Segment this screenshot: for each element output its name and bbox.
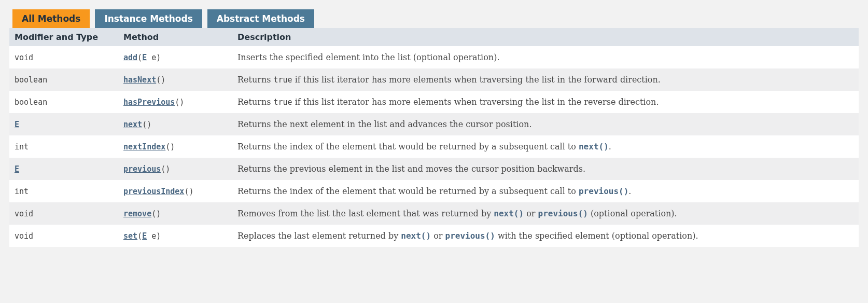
table-row: voidadd(E e)Inserts the specified elemen…	[9, 46, 859, 68]
table-row: Enext()Returns the next element in the l…	[9, 113, 859, 135]
table-row: voidremove()Removes from the list the la…	[9, 202, 859, 225]
description-cell: Returns the next element in the list and…	[232, 113, 859, 135]
type-link[interactable]: E	[15, 164, 19, 174]
header-modifier: Modifier and Type	[9, 28, 118, 46]
method-link[interactable]: hasNext	[123, 75, 156, 85]
method-ref-link[interactable]: next()	[579, 142, 609, 152]
method-tabs: All MethodsInstance MethodsAbstract Meth…	[12, 9, 859, 28]
desc-text: or	[431, 231, 445, 241]
sig-open: (	[137, 53, 142, 62]
inline-code: true	[274, 98, 292, 107]
method-sig: ()	[184, 187, 193, 196]
description-cell: Returns the previous element in the list…	[232, 158, 859, 180]
modifier-cell: void	[9, 225, 118, 247]
modifier-text: int	[15, 187, 29, 196]
method-link[interactable]: add	[123, 53, 137, 62]
method-cell: previousIndex()	[118, 180, 232, 202]
desc-text: .	[609, 142, 611, 152]
sig-close: e)	[147, 231, 161, 241]
header-method: Method	[118, 28, 232, 46]
modifier-text: void	[15, 231, 33, 241]
method-sig: ()	[165, 142, 175, 152]
inline-code: true	[274, 75, 292, 85]
modifier-cell: boolean	[9, 91, 118, 113]
method-ref-link[interactable]: next()	[494, 209, 524, 218]
desc-text: Inserts the specified element into the l…	[237, 52, 499, 62]
method-cell: set(E e)	[118, 225, 232, 247]
table-row: intpreviousIndex()Returns the index of t…	[9, 180, 859, 202]
desc-text: Returns	[237, 97, 274, 107]
desc-text: or	[524, 209, 538, 218]
description-cell: Returns true if this list iterator has m…	[232, 68, 859, 91]
method-cell: previous()	[118, 158, 232, 180]
description-cell: Inserts the specified element into the l…	[232, 46, 859, 68]
method-cell: hasPrevious()	[118, 91, 232, 113]
modifier-cell: int	[9, 180, 118, 202]
table-row: voidset(E e)Replaces the last element re…	[9, 225, 859, 247]
method-cell: remove()	[118, 202, 232, 225]
method-link[interactable]: hasPrevious	[123, 98, 175, 107]
method-link[interactable]: nextIndex	[123, 142, 165, 152]
modifier-text: boolean	[15, 75, 47, 85]
desc-text: Replaces the last element returned by	[237, 231, 401, 241]
desc-text: Returns the next element in the list and…	[237, 119, 532, 129]
modifier-cell: E	[9, 113, 118, 135]
desc-text: Removes from the list the last element t…	[237, 209, 494, 218]
table-row: booleanhasPrevious()Returns true if this…	[9, 91, 859, 113]
modifier-cell: boolean	[9, 68, 118, 91]
method-sig: ()	[151, 209, 161, 218]
table-header-row: Modifier and Type Method Description	[9, 28, 859, 46]
method-link[interactable]: next	[123, 120, 142, 129]
table-row: booleanhasNext()Returns true if this lis…	[9, 68, 859, 91]
sig-open: (	[137, 231, 142, 241]
desc-text: if this list iterator has more elements …	[292, 97, 659, 107]
tab-all-methods[interactable]: All Methods	[12, 9, 90, 28]
desc-text: (optional operation).	[588, 209, 677, 218]
description-cell: Returns the index of the element that wo…	[232, 180, 859, 202]
modifier-cell: void	[9, 46, 118, 68]
method-link[interactable]: remove	[123, 209, 151, 218]
method-ref-link[interactable]: previous()	[445, 231, 495, 241]
method-ref-link[interactable]: previous()	[538, 209, 588, 218]
method-cell: add(E e)	[118, 46, 232, 68]
desc-text: with the specified element (optional ope…	[495, 231, 698, 241]
table-row: Eprevious()Returns the previous element …	[9, 158, 859, 180]
param-type-link[interactable]: E	[142, 53, 147, 62]
desc-text: .	[628, 186, 631, 196]
modifier-text: void	[15, 53, 33, 62]
description-cell: Removes from the list the last element t…	[232, 202, 859, 225]
desc-text: if this list iterator has more elements …	[292, 75, 661, 85]
modifier-cell: void	[9, 202, 118, 225]
tab-abstract-methods[interactable]: Abstract Methods	[207, 9, 314, 28]
modifier-text: void	[15, 209, 33, 218]
method-cell: hasNext()	[118, 68, 232, 91]
description-cell: Returns the index of the element that wo…	[232, 135, 859, 158]
param-type-link[interactable]: E	[142, 231, 147, 241]
method-summary-table: Modifier and Type Method Description voi…	[9, 28, 859, 247]
method-cell: next()	[118, 113, 232, 135]
desc-text: Returns	[237, 75, 274, 85]
header-description: Description	[232, 28, 859, 46]
method-cell: nextIndex()	[118, 135, 232, 158]
tab-instance-methods[interactable]: Instance Methods	[95, 9, 202, 28]
table-row: intnextIndex()Returns the index of the e…	[9, 135, 859, 158]
desc-text: Returns the index of the element that wo…	[237, 142, 579, 152]
modifier-cell: E	[9, 158, 118, 180]
desc-text: Returns the index of the element that wo…	[237, 186, 579, 196]
method-ref-link[interactable]: previous()	[579, 186, 628, 196]
method-ref-link[interactable]: next()	[401, 231, 431, 241]
method-link[interactable]: previous	[123, 164, 161, 174]
description-cell: Returns true if this list iterator has m…	[232, 91, 859, 113]
type-link[interactable]: E	[15, 120, 19, 129]
modifier-text: int	[15, 142, 29, 152]
desc-text: Returns the previous element in the list…	[237, 164, 585, 174]
method-sig: ()	[175, 98, 184, 107]
modifier-cell: int	[9, 135, 118, 158]
sig-close: e)	[147, 53, 161, 62]
method-sig: ()	[156, 75, 165, 85]
modifier-text: boolean	[15, 98, 47, 107]
method-link[interactable]: previousIndex	[123, 187, 184, 196]
method-link[interactable]: set	[123, 231, 137, 241]
description-cell: Replaces the last element returned by ne…	[232, 225, 859, 247]
method-sig: ()	[161, 164, 170, 174]
